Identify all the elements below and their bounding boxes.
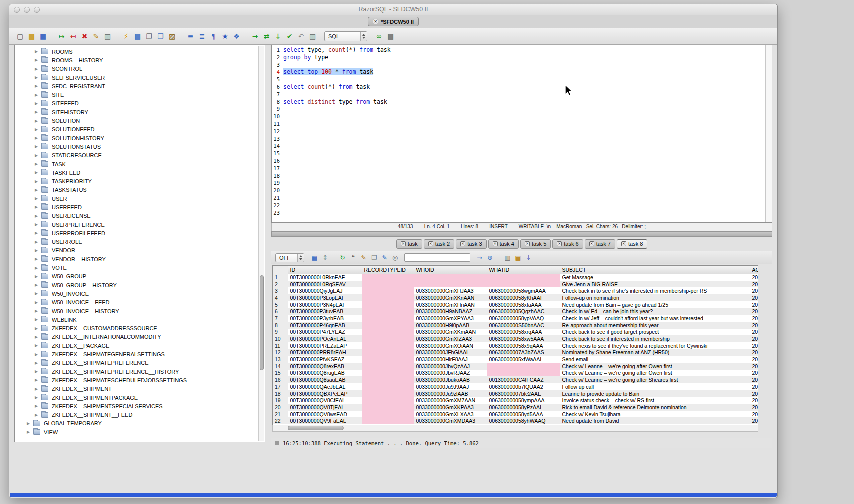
auto-fit-select[interactable]: OFF [276, 254, 304, 262]
disclosure-triangle-icon[interactable]: ▶ [35, 162, 42, 166]
cell[interactable]: 00T3000000L0RqSEAV [288, 281, 362, 288]
cell[interactable]: 006300000058wgmAAA [487, 288, 560, 294]
tree-scrollbar[interactable] [258, 46, 264, 442]
cell[interactable]: Check-in w/ Ed – can he join this year? [560, 308, 750, 315]
cell[interactable]: 00T3000000QV9FaEAL [288, 418, 362, 424]
tree-item-zkfedex-shipmatepreference[interactable]: ▶ZKFEDEX__SHIPMATEPREFERENCE [15, 359, 265, 368]
cell[interactable]: 006300000058ympAAA [487, 397, 560, 404]
cell[interactable]: 006300000058yd5AAA [487, 411, 560, 418]
cell[interactable] [362, 315, 414, 322]
cell[interactable]: 00T3000000QV8TjEAL [288, 404, 362, 411]
edit-icon[interactable]: ✎ [91, 32, 102, 42]
cell[interactable]: 200 [750, 356, 758, 363]
tree-item-vote[interactable]: ▶VOTE [15, 264, 265, 272]
cell[interactable]: 200 [750, 404, 758, 411]
tree-item-w50-group-history[interactable]: ▶W50_GROUP__HISTORY [15, 281, 265, 290]
cell[interactable]: 0033000000GmXM7AAN [414, 397, 487, 404]
cell[interactable]: 0033000000Ju9zlAAB [414, 390, 487, 398]
tab-close-icon[interactable]: ✕ [590, 242, 594, 246]
cell[interactable] [362, 404, 414, 411]
disclosure-triangle-icon[interactable]: ▶ [35, 170, 42, 175]
cell[interactable] [362, 336, 414, 342]
tab-close-icon[interactable]: ✕ [557, 242, 562, 246]
cell[interactable]: 200 [750, 384, 758, 390]
tree-item-userprofilefeed[interactable]: ▶USERPROFILEFEED [15, 229, 265, 238]
column-header-ac[interactable]: AC [750, 266, 758, 274]
tree-item-solutionhistory[interactable]: ▶SOLUTIONHISTORY [15, 134, 265, 142]
cell[interactable] [362, 384, 414, 390]
save-icon[interactable]: ▦ [38, 32, 48, 42]
cell[interactable] [362, 370, 414, 377]
cell[interactable]: 0033000000GmXKPAA3 [414, 404, 487, 411]
result-tab-task-2[interactable]: ✕task 2 [424, 240, 454, 249]
tree-item-weblink[interactable]: ▶WEBLINK [15, 316, 265, 324]
results-search-input[interactable] [404, 254, 470, 262]
result-tab-task-4[interactable]: ✕task 4 [488, 240, 519, 249]
minimize-window-button[interactable] [24, 7, 30, 13]
cell[interactable]: Check nexis to see if they've found a re… [560, 342, 750, 350]
disclosure-triangle-icon[interactable]: ▶ [35, 257, 42, 262]
table-search-icon[interactable]: ❖ [232, 32, 242, 42]
cell[interactable] [362, 281, 414, 288]
disclosure-triangle-icon[interactable]: ▶ [35, 396, 42, 400]
cell[interactable]: 0033000000Ju9J9AAJ [414, 384, 487, 390]
cell[interactable]: Follow up call [560, 384, 750, 390]
cell[interactable]: 00T3000000P3yrbEAB [288, 315, 362, 322]
cell[interactable]: 200 [750, 336, 758, 342]
tree-item-sitehistory[interactable]: ▶SITEHISTORY [15, 108, 265, 116]
cell[interactable]: 00T3000000P3LopEAF [288, 294, 362, 302]
tree-item-rooms-history[interactable]: ▶ROOMS__HISTORY [15, 56, 265, 64]
result-tab-task-3[interactable]: ✕task 3 [456, 240, 486, 249]
cell[interactable]: 0033000000GmXHnAAN [414, 302, 487, 308]
paste-icon[interactable]: ▨ [167, 32, 178, 42]
highlight-icon[interactable]: ✎ [380, 253, 390, 262]
spreadsheet-icon[interactable]: ▤ [514, 253, 523, 262]
cell[interactable]: 00T3000000QBXPeEAP [288, 390, 362, 398]
tree-item-solutionstatus[interactable]: ▶SOLUTIONSTATUS [15, 142, 265, 151]
cell[interactable]: 0033000000GmXHJAA3 [414, 288, 487, 294]
cell[interactable]: 00T3000000QV8CfEAL [288, 397, 362, 404]
tree-item-staticresource[interactable]: ▶STATICRESOURCE [15, 152, 265, 160]
align-sql-icon[interactable]: ≣ [197, 32, 208, 42]
export-icon[interactable]: ↤ [68, 32, 78, 42]
cell[interactable] [362, 376, 414, 384]
cell[interactable]: 00T3000000P47LYEAZ [288, 329, 362, 336]
copy-cell-icon[interactable]: ❐ [370, 253, 379, 262]
cell[interactable]: Get Massage [560, 274, 750, 281]
export-page-icon[interactable]: ❐ [144, 32, 154, 42]
disclosure-triangle-icon[interactable]: ▶ [35, 50, 42, 54]
disclosure-triangle-icon[interactable]: ▶ [35, 361, 42, 366]
delete-icon[interactable]: ✖ [80, 32, 90, 42]
cell[interactable] [362, 356, 414, 363]
results-grid[interactable]: IDRECORDTYPEIDWHOIDWHATIDSUBJECTAC100T30… [272, 266, 758, 426]
cell[interactable]: Check back in to see if she's interested… [560, 288, 750, 294]
cell[interactable]: 006300000058ypVAAQ [487, 315, 560, 322]
save-results-icon[interactable]: ▦ [310, 253, 320, 262]
cell[interactable]: Check back to see if good target prospec… [560, 329, 750, 336]
cell[interactable]: 0033000000GmXKnAAN [414, 294, 487, 302]
cell[interactable]: Need update from Bain – gave go ahead 1/… [560, 302, 750, 308]
disclosure-triangle-icon[interactable]: ▶ [35, 119, 42, 124]
cell[interactable]: 006300000058yKhAAI [487, 294, 560, 302]
tree-item-site[interactable]: ▶SITE [15, 90, 265, 99]
disclosure-triangle-icon[interactable]: ▶ [35, 300, 42, 305]
disclosure-triangle-icon[interactable]: ▶ [35, 214, 42, 218]
disclosure-triangle-icon[interactable]: ▶ [35, 180, 42, 184]
favorites-star-icon[interactable]: ★ [220, 32, 230, 42]
cell[interactable]: 00T3000000P3N4pEAF [288, 302, 362, 308]
describe-table-icon[interactable]: ▤ [132, 32, 143, 42]
export-results-icon[interactable]: ▥ [503, 253, 512, 262]
cell[interactable]: 00630000005QgzhAAC [487, 308, 560, 315]
import-icon[interactable]: ↦ [56, 32, 67, 42]
cell[interactable]: 0063000000b7lQUAA2 [487, 384, 560, 390]
tree-item-zkfedex-shipmategeneralsettings[interactable]: ▶ZKFEDEX__SHIPMATEGENERALSETTINGS [15, 350, 265, 358]
cell[interactable]: 00630000007A3bZAAS [487, 350, 560, 356]
comment-icon[interactable]: ¶ [208, 32, 219, 42]
tree-item-zkfedex-shipmatescheduledjobssettings[interactable]: ▶ZKFEDEX__SHIPMATESCHEDULEDJOBSSETTINGS [15, 376, 265, 384]
tree-item-scontrol[interactable]: ▶SCONTROL [15, 65, 265, 74]
connections-icon[interactable]: ∞ [374, 32, 384, 42]
result-tab-task-5[interactable]: ✕task 5 [520, 240, 551, 249]
disclosure-triangle-icon[interactable]: ▶ [35, 292, 42, 296]
cell[interactable]: Need update from David [560, 418, 750, 424]
print-icon[interactable]: ▥ [102, 32, 113, 42]
